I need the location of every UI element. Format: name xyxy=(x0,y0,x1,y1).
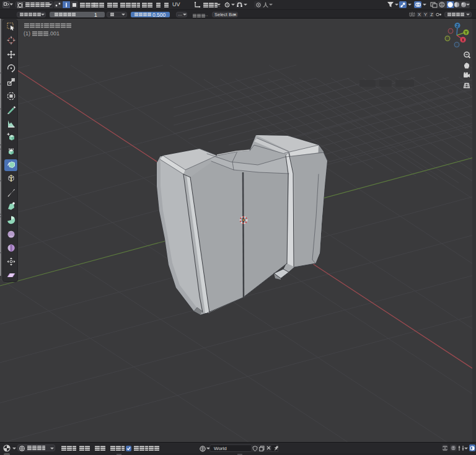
svg-text:Y: Y xyxy=(465,30,468,35)
svg-text:Z: Z xyxy=(456,24,459,28)
svg-text:X: X xyxy=(462,38,465,42)
